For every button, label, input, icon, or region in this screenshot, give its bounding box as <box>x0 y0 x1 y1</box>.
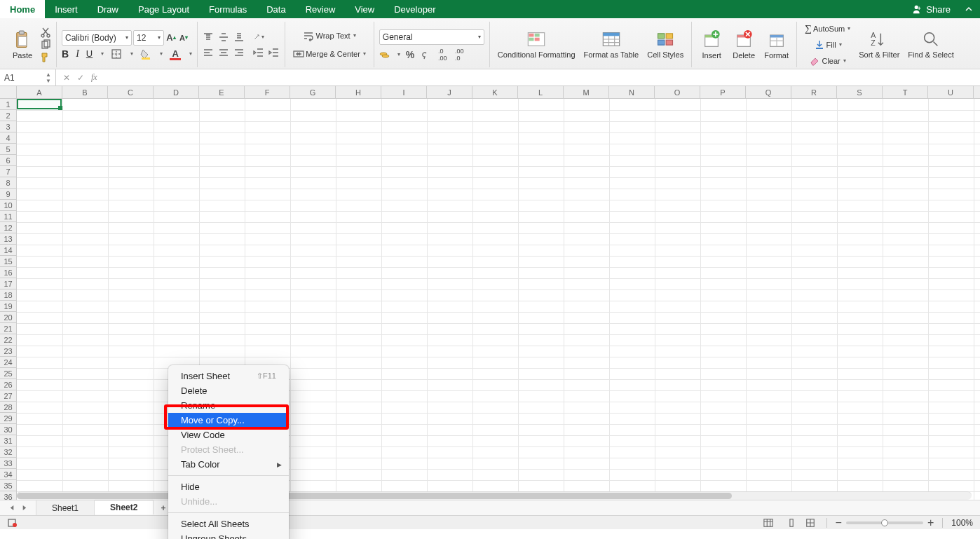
increase-decimal-icon[interactable]: .0.00 <box>437 49 448 60</box>
percent-icon[interactable]: % <box>406 49 414 60</box>
italic-button[interactable]: I <box>76 48 79 60</box>
wrap-text-button[interactable]: Wrap Text▾ <box>290 29 369 43</box>
formula-input[interactable] <box>104 69 980 86</box>
tab-view[interactable]: View <box>345 0 384 18</box>
insert-cells-button[interactable]: Insert <box>697 24 726 66</box>
column-header[interactable]: S <box>837 86 883 98</box>
row-header[interactable]: 18 <box>0 289 16 301</box>
tab-draw[interactable]: Draw <box>88 0 128 18</box>
align-middle-icon[interactable] <box>218 32 229 43</box>
column-header[interactable]: I <box>381 86 427 98</box>
sheet-tab-sheet1[interactable]: Sheet1 <box>36 500 95 515</box>
column-header[interactable]: R <box>791 86 837 98</box>
row-header[interactable]: 5 <box>0 144 16 155</box>
column-header[interactable]: B <box>62 86 108 98</box>
align-top-icon[interactable] <box>203 32 214 43</box>
share-button[interactable]: Share <box>906 0 958 18</box>
tab-formulas[interactable]: Formulas <box>199 0 257 18</box>
increase-font-icon[interactable]: A▴ <box>165 32 177 43</box>
column-header[interactable]: M <box>564 86 609 98</box>
column-header[interactable]: Q <box>746 86 791 98</box>
macro-record-icon[interactable] <box>7 517 18 528</box>
column-header[interactable]: A <box>17 86 62 98</box>
row-header[interactable]: 7 <box>0 166 16 177</box>
row-header[interactable]: 12 <box>0 222 16 233</box>
row-header[interactable]: 3 <box>0 121 16 132</box>
column-headers[interactable]: ABCDEFGHIJKLMNOPQRSTU <box>17 86 980 99</box>
cell-grid[interactable] <box>17 99 980 500</box>
row-header[interactable]: 4 <box>0 132 16 144</box>
comma-icon[interactable] <box>420 49 431 60</box>
increase-indent-icon[interactable] <box>268 47 280 58</box>
bold-button[interactable]: B <box>62 48 69 60</box>
row-header[interactable]: 27 <box>0 390 16 402</box>
row-header[interactable]: 14 <box>0 245 16 256</box>
align-bottom-icon[interactable] <box>233 32 245 43</box>
vertical-scrollbar[interactable] <box>973 99 980 491</box>
cancel-formula-icon[interactable]: ✕ <box>63 73 70 83</box>
column-header[interactable]: O <box>655 86 700 98</box>
tab-insert[interactable]: Insert <box>45 0 88 18</box>
row-header[interactable]: 19 <box>0 301 16 312</box>
context-menu-item[interactable]: Select All Sheets <box>168 517 289 531</box>
column-header[interactable]: D <box>154 86 199 98</box>
tab-developer[interactable]: Developer <box>384 0 445 18</box>
row-header[interactable]: 17 <box>0 278 16 289</box>
sheet-tabs-nav[interactable] <box>0 500 36 515</box>
row-header[interactable]: 9 <box>0 189 16 200</box>
column-header[interactable]: N <box>609 86 655 98</box>
page-layout-view-icon[interactable] <box>782 517 797 528</box>
context-menu-item[interactable]: Hide <box>168 479 289 494</box>
clear-button[interactable]: Clear▾ <box>802 54 853 68</box>
fill-color-button[interactable] <box>140 48 151 60</box>
font-color-button[interactable]: A <box>170 48 181 60</box>
conditional-formatting-button[interactable]: Conditional Formatting <box>495 24 578 66</box>
column-header[interactable]: T <box>883 86 928 98</box>
sort-filter-button[interactable]: AZ Sort & Filter <box>856 24 902 66</box>
zoom-percent[interactable]: 100% <box>951 518 973 528</box>
row-header[interactable]: 10 <box>0 200 16 211</box>
tab-data[interactable]: Data <box>257 0 295 18</box>
align-left-icon[interactable] <box>203 47 214 58</box>
cut-icon[interactable] <box>40 27 51 38</box>
number-format-select[interactable]: General▾ <box>379 29 484 45</box>
row-header[interactable]: 33 <box>0 458 16 469</box>
decrease-decimal-icon[interactable]: .00.0 <box>454 49 465 60</box>
worksheet[interactable]: ABCDEFGHIJKLMNOPQRSTU 123456789101112131… <box>0 86 980 500</box>
fx-icon[interactable]: fx <box>91 72 97 83</box>
column-header[interactable]: G <box>290 86 336 98</box>
row-header[interactable]: 21 <box>0 323 16 334</box>
border-button[interactable] <box>111 48 122 60</box>
row-header[interactable]: 11 <box>0 211 16 222</box>
row-header[interactable]: 30 <box>0 424 16 435</box>
copy-icon[interactable] <box>40 39 51 50</box>
row-header[interactable]: 13 <box>0 233 16 245</box>
find-select-button[interactable]: Find & Select <box>905 24 956 66</box>
decrease-indent-icon[interactable] <box>253 47 264 58</box>
select-all-corner[interactable] <box>0 86 17 99</box>
context-menu-item[interactable]: Move or Copy... <box>168 413 289 428</box>
font-name-select[interactable]: Calibri (Body)▾ <box>62 30 132 46</box>
format-painter-icon[interactable] <box>40 52 51 63</box>
horizontal-scrollbar[interactable] <box>17 491 972 500</box>
row-header[interactable]: 1 <box>0 99 16 110</box>
column-header[interactable]: J <box>427 86 472 98</box>
row-header[interactable]: 2 <box>0 110 16 121</box>
context-menu-item[interactable]: Rename <box>168 398 289 413</box>
align-right-icon[interactable] <box>233 47 245 58</box>
row-header[interactable]: 36 <box>0 491 16 500</box>
format-cells-button[interactable]: Format <box>761 24 791 66</box>
zoom-slider[interactable]: − + <box>836 517 934 529</box>
row-header[interactable]: 29 <box>0 413 16 424</box>
column-header[interactable]: K <box>472 86 518 98</box>
row-header[interactable]: 31 <box>0 435 16 446</box>
column-header[interactable]: H <box>336 86 381 98</box>
merge-center-button[interactable]: Merge & Center▾ <box>290 47 369 61</box>
context-menu-item[interactable]: Insert Sheet⇧F11 <box>168 369 289 383</box>
paste-button[interactable]: Paste <box>8 24 37 66</box>
font-size-select[interactable]: 12▾ <box>133 30 164 46</box>
context-menu-item[interactable]: Delete <box>168 383 289 398</box>
column-header[interactable]: F <box>245 86 290 98</box>
zoom-out-button[interactable]: − <box>836 517 842 529</box>
page-break-view-icon[interactable] <box>803 517 818 528</box>
